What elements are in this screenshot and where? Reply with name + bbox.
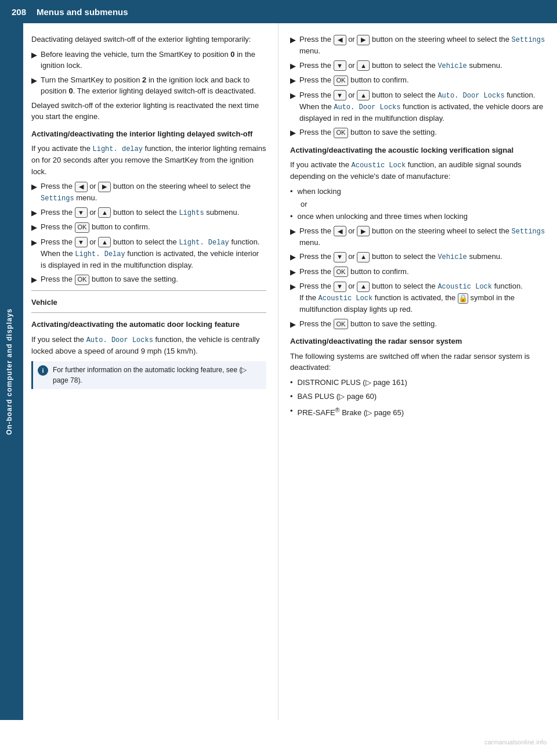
btn-down: ▼ xyxy=(334,60,346,71)
list-item: ▶ Press the ◀ or ▶ button on the steerin… xyxy=(290,225,547,249)
bullet-content: Press the OK button to save the setting. xyxy=(299,318,547,330)
bullet-content: when locking xyxy=(298,186,547,197)
page-header: 208 Menus and submenus xyxy=(0,0,557,23)
btn-left: ◀ xyxy=(334,226,346,236)
list-item: ▶ Press the ▼ or ▲ button to select the … xyxy=(290,251,547,263)
list-item: ▶ Press the ▼ or ▲ button to select the … xyxy=(290,280,547,315)
btn-left: ◀ xyxy=(334,35,346,45)
section-divider xyxy=(31,290,266,291)
bullet-content: DISTRONIC PLUS (▷ page 161) xyxy=(298,377,547,388)
bullet-arrow: ▶ xyxy=(31,207,37,219)
bullet-content: Turn the SmartKey to position 2 in the i… xyxy=(41,74,266,97)
page-number: 208 xyxy=(12,7,26,17)
bullet-content: Press the ▼ or ▲ button to select the Ve… xyxy=(299,60,547,71)
bullet-dot: • xyxy=(290,391,293,402)
list-item: ▶ Turn the SmartKey to position 2 in the… xyxy=(31,74,266,97)
bullet-content: Press the OK button to confirm. xyxy=(41,221,266,233)
bullet-content: Press the ▼ or ▲ button to select the Li… xyxy=(41,236,266,271)
list-item: ▶ Press the ▼ or ▲ button to select the … xyxy=(31,207,266,219)
bullet-arrow: ▶ xyxy=(31,181,37,193)
btn-up: ▲ xyxy=(357,90,370,100)
bullet-content: Press the OK button to save the setting. xyxy=(299,127,547,138)
acoustic-section-title: Activating/deactivating the acoustic loc… xyxy=(290,145,547,156)
bullet-content: Press the OK button to confirm. xyxy=(299,74,547,86)
btn-ok: OK xyxy=(75,275,90,285)
list-item: ▶ Before leaving the vehicle, turn the S… xyxy=(31,49,266,71)
bullet-content: Press the ▼ or ▲ button to select the Li… xyxy=(41,207,266,218)
info-text: For further information on the automatic… xyxy=(53,365,262,386)
btn-down: ▼ xyxy=(75,207,88,218)
bullet-content: PRE-SAFE® Brake (▷ page 65) xyxy=(298,405,547,419)
bullet-arrow: ▶ xyxy=(31,49,37,61)
bullet-arrow: ▶ xyxy=(31,75,37,87)
btn-ok: OK xyxy=(334,75,349,86)
list-item: • BAS PLUS (▷ page 60) xyxy=(290,391,547,402)
bullet-arrow: ▶ xyxy=(290,127,296,139)
list-item: ▶ Press the OK button to confirm. xyxy=(290,74,547,87)
btn-right: ▶ xyxy=(357,35,370,45)
list-item: ▶ Press the OK button to confirm. xyxy=(31,221,266,233)
bullet-content: Press the ◀ or ▶ button on the steering … xyxy=(299,34,547,57)
info-box: i For further information on the automat… xyxy=(31,361,266,389)
bullet-arrow: ▶ xyxy=(290,226,296,237)
list-item: ▶ Press the OK button to save the settin… xyxy=(290,318,547,330)
acoustic-intro: If you activate the Acoustic Lock functi… xyxy=(290,159,547,182)
list-item: • PRE-SAFE® Brake (▷ page 65) xyxy=(290,405,547,419)
lock-icon: 🔒 xyxy=(458,293,468,304)
btn-down: ▼ xyxy=(334,282,346,292)
list-item: ▶ Press the OK button to save the settin… xyxy=(290,127,547,139)
bullet-dot: • xyxy=(290,377,293,388)
list-item: • DISTRONIC PLUS (▷ page 161) xyxy=(290,377,547,388)
bullet-dot: • xyxy=(290,211,293,222)
bullet-arrow: ▶ xyxy=(31,237,37,249)
btn-right: ▶ xyxy=(98,182,111,192)
radar-section-title: Activating/deactivating the radar sensor… xyxy=(290,336,547,347)
bullet-content: Press the ▼ or ▲ button to select the Ac… xyxy=(299,280,547,315)
watermark: carmanualsonline.info xyxy=(484,739,547,746)
bullet-content: Press the ▼ or ▲ button to select the Au… xyxy=(299,89,547,124)
list-item: ▶ Press the ▼ or ▲ button to select the … xyxy=(31,236,266,271)
btn-ok: OK xyxy=(334,128,349,138)
bullet-arrow: ▶ xyxy=(290,267,296,278)
btn-ok: OK xyxy=(334,319,349,329)
bullet-arrow: ▶ xyxy=(31,222,37,233)
bullet-content: Press the OK button to confirm. xyxy=(299,266,547,278)
delayed-para: Delayed switch-off of the exterior light… xyxy=(31,100,266,123)
bullet-dot: • xyxy=(290,186,293,197)
list-item: ▶ Press the ▼ or ▲ button to select the … xyxy=(290,60,547,72)
list-item: ▶ Press the OK button to save the settin… xyxy=(31,273,266,286)
bullet-content: Press the ◀ or ▶ button on the steering … xyxy=(299,225,547,249)
list-item: • when locking xyxy=(290,186,547,197)
right-column: ▶ Press the ◀ or ▶ button on the steerin… xyxy=(278,23,557,720)
btn-right: ▶ xyxy=(357,226,370,236)
bullet-content: Press the ▼ or ▲ button to select the Ve… xyxy=(299,251,547,262)
intro-para1: Deactivating delayed switch-off of the e… xyxy=(31,34,266,45)
btn-ok: OK xyxy=(75,222,90,233)
vehicle-section-title: Vehicle xyxy=(31,297,266,308)
page-title: Menus and submenus xyxy=(37,7,128,17)
list-item: • once when unlocking and three times wh… xyxy=(290,211,547,222)
list-item: ▶ Press the ◀ or ▶ button on the steerin… xyxy=(31,181,266,204)
blue-bar xyxy=(19,23,23,720)
bullet-arrow: ▶ xyxy=(290,34,296,46)
radar-intro: The following systems are switched off w… xyxy=(290,351,547,373)
bullet-arrow: ▶ xyxy=(290,319,296,330)
bullet-arrow: ▶ xyxy=(31,274,37,286)
list-item: ▶ Press the OK button to confirm. xyxy=(290,266,547,278)
btn-ok: OK xyxy=(334,267,349,277)
auto-door-section-title: Activating/deactivating the automatic do… xyxy=(31,319,266,330)
section1-title: Activating/deactivating the interior lig… xyxy=(31,128,266,140)
btn-down: ▼ xyxy=(334,252,346,262)
bullet-arrow: ▶ xyxy=(290,75,296,87)
auto-door-intro: If you select the Auto. Door Locks funct… xyxy=(31,334,266,357)
info-icon: i xyxy=(38,365,48,376)
bullet-content: Press the OK button to save the setting. xyxy=(41,273,266,285)
bullet-arrow: ▶ xyxy=(290,60,296,72)
sidebar-label: On-board computer and displays xyxy=(0,23,19,720)
section1-intro: If you activate the Light. delay functio… xyxy=(31,143,266,177)
btn-up: ▲ xyxy=(98,207,111,218)
bullet-arrow: ▶ xyxy=(290,90,296,102)
btn-left: ◀ xyxy=(75,182,88,192)
btn-down: ▼ xyxy=(75,237,88,247)
list-item: ▶ Press the ◀ or ▶ button on the steerin… xyxy=(290,34,547,57)
